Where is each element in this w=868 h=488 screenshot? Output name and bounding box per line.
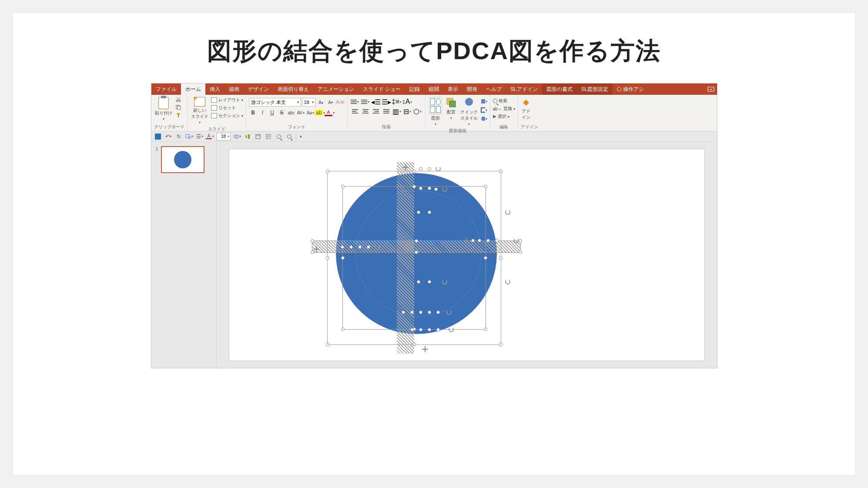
- svg-rect-19: [256, 134, 260, 139]
- new-slide-button[interactable]: 新しい スライド ▾: [190, 96, 209, 125]
- highlight-button[interactable]: ab: [316, 108, 325, 117]
- tab-insert[interactable]: 挿入: [205, 84, 225, 95]
- reset-button[interactable]: リセット: [211, 105, 243, 111]
- tab-view[interactable]: 表示: [443, 84, 462, 95]
- section-icon: [211, 113, 217, 118]
- addin-button[interactable]: アド イン: [521, 96, 531, 121]
- select-button[interactable]: 選択▾: [493, 114, 509, 120]
- justify-button[interactable]: [382, 107, 391, 115]
- rotate-handle-icon[interactable]: [505, 210, 510, 215]
- tab-transitions[interactable]: 画面切り替え: [273, 84, 313, 95]
- rotate-handle-icon[interactable]: [449, 327, 454, 332]
- decrease-indent-button[interactable]: ◂☰: [371, 98, 381, 106]
- move-handle-icon[interactable]: [402, 189, 409, 195]
- rotate-handle-icon[interactable]: [442, 187, 447, 192]
- font-size-combo[interactable]: 18: [302, 98, 316, 107]
- qat-shapes-button[interactable]: [185, 133, 193, 140]
- tab-home[interactable]: ホーム: [181, 84, 205, 95]
- bullets-button[interactable]: [350, 98, 360, 106]
- qat-font-size-combo[interactable]: 18: [217, 133, 231, 140]
- underline-button[interactable]: U: [268, 108, 277, 117]
- format-painter-button[interactable]: [175, 112, 182, 119]
- tab-developer[interactable]: 開発: [462, 84, 482, 95]
- rotate-handle-icon[interactable]: [514, 238, 519, 243]
- char-spacing-button[interactable]: AV: [297, 108, 305, 117]
- section-button[interactable]: セクション▾: [211, 113, 243, 119]
- rotate-handle-icon[interactable]: [375, 244, 380, 250]
- bulb-icon: [617, 87, 621, 91]
- qat-customize-button[interactable]: ▾: [296, 133, 304, 140]
- tab-file[interactable]: ファイル: [151, 84, 181, 95]
- svg-rect-8: [449, 101, 456, 107]
- numbering-button[interactable]: [361, 98, 370, 106]
- svg-rect-10: [481, 99, 485, 104]
- tab-design[interactable]: デザイン: [244, 84, 273, 95]
- rotate-handle-icon[interactable]: [446, 310, 452, 315]
- shapes-button[interactable]: 図形▾: [428, 96, 443, 127]
- decrease-font-button[interactable]: A▾: [326, 98, 335, 107]
- tab-help[interactable]: ヘルプ: [482, 84, 506, 95]
- group-drawing: 図形▾ 配置▾ クイック スタイル▾: [426, 95, 490, 131]
- replace-button[interactable]: ab↔置換▾: [493, 106, 515, 112]
- share-button[interactable]: [705, 84, 717, 95]
- qat-align-button[interactable]: [244, 133, 251, 140]
- clear-format-button[interactable]: A⌫: [336, 98, 345, 107]
- font-color-button[interactable]: A: [325, 108, 334, 117]
- rotate-handle-icon[interactable]: [505, 279, 510, 284]
- move-handle-icon[interactable]: [313, 246, 319, 252]
- arrange-button[interactable]: 配置▾: [445, 96, 458, 121]
- rotate-handle-icon[interactable]: [436, 166, 441, 171]
- undo-button[interactable]: ↶▾: [164, 133, 172, 140]
- strike-button[interactable]: S: [278, 108, 286, 117]
- smartart-button[interactable]: ⬡: [413, 107, 422, 115]
- columns-button[interactable]: ▥: [392, 107, 402, 115]
- paste-button[interactable]: 貼り付け ▾: [154, 96, 173, 122]
- align-right-button[interactable]: [371, 107, 381, 115]
- qat-bullets-button[interactable]: ☰: [196, 133, 204, 140]
- tab-animations[interactable]: アニメーション: [313, 84, 359, 95]
- bold-button[interactable]: B: [249, 108, 258, 117]
- tab-shape-format[interactable]: 図形の書式: [542, 84, 577, 95]
- shape-fill-button[interactable]: [480, 98, 487, 105]
- italic-button[interactable]: I: [258, 108, 267, 117]
- increase-font-button[interactable]: A▴: [317, 98, 325, 107]
- align-text-button[interactable]: ⊟: [402, 107, 412, 115]
- shape-outline-button[interactable]: [480, 107, 487, 114]
- tab-tell-me[interactable]: 操作アシ: [613, 84, 648, 95]
- line-spacing-button[interactable]: ‡≡: [392, 98, 402, 106]
- qat-zoom-out-button[interactable]: [285, 133, 293, 140]
- tab-slideshow[interactable]: スライド ショー: [359, 84, 405, 95]
- quick-styles-button[interactable]: クイック スタイル▾: [459, 96, 479, 127]
- shadow-button[interactable]: abc: [287, 108, 296, 117]
- tab-draw[interactable]: 描画: [225, 84, 244, 95]
- save-button[interactable]: [154, 133, 162, 140]
- qat-font-color-button[interactable]: A: [206, 133, 214, 140]
- tab-sl-shape[interactable]: SL図形設定: [577, 84, 613, 95]
- redo-button[interactable]: ↻: [175, 133, 183, 140]
- find-button[interactable]: 検索: [493, 98, 507, 104]
- shape-effects-button[interactable]: [480, 115, 487, 122]
- text-direction-button[interactable]: ↕A: [402, 98, 412, 106]
- move-handle-icon[interactable]: [463, 237, 469, 244]
- qat-grid-button[interactable]: [265, 133, 272, 140]
- qat-zoom-in-button[interactable]: [275, 133, 283, 140]
- copy-button[interactable]: [175, 104, 182, 111]
- rotate-handle-icon[interactable]: [442, 279, 447, 284]
- move-handle-icon[interactable]: [402, 164, 409, 170]
- tab-record[interactable]: 記録: [405, 84, 424, 95]
- slide-thumbnail-1[interactable]: 1: [156, 146, 212, 173]
- align-center-button[interactable]: [361, 107, 370, 115]
- align-left-button[interactable]: [350, 107, 360, 115]
- zoom-in-icon: [277, 134, 281, 139]
- slide-canvas[interactable]: [229, 149, 705, 361]
- layout-button[interactable]: レイアウト▾: [211, 97, 243, 103]
- qat-selection-pane-button[interactable]: [254, 133, 262, 140]
- cut-button[interactable]: [175, 96, 182, 103]
- font-name-combo[interactable]: 游ゴシック 本文: [249, 98, 301, 107]
- tab-review[interactable]: 校閲: [424, 84, 443, 95]
- qat-merge-shapes-button[interactable]: [233, 133, 241, 140]
- change-case-button[interactable]: Aa: [306, 108, 315, 117]
- increase-indent-button[interactable]: ☰▸: [382, 98, 391, 106]
- tab-sladdin[interactable]: SLアドイン: [506, 84, 542, 95]
- move-handle-icon[interactable]: [422, 346, 428, 352]
